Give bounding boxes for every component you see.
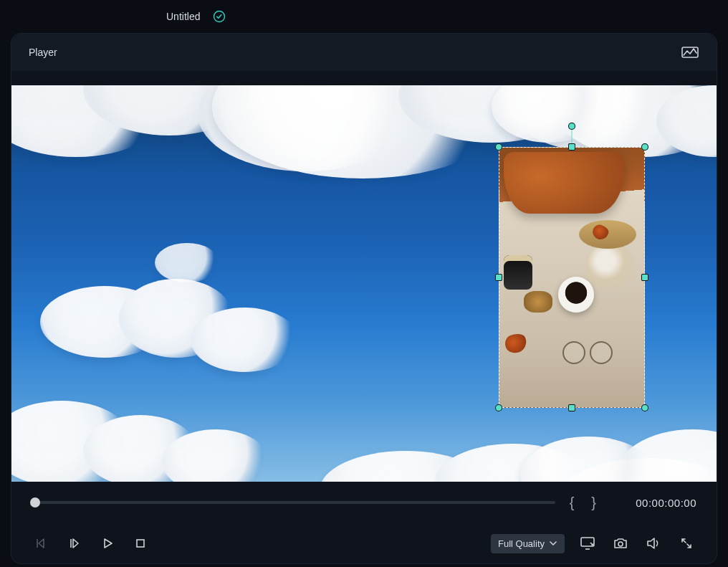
glasses-shape — [562, 341, 613, 361]
pillow-shape — [504, 152, 624, 214]
next-frame-button[interactable] — [64, 533, 85, 553]
selected-clip[interactable] — [499, 147, 645, 408]
transform-handle-bottom[interactable] — [568, 404, 575, 411]
player-panel-header: Player — [11, 34, 717, 71]
prev-frame-button[interactable] — [32, 533, 52, 553]
svg-point-7 — [618, 542, 623, 546]
player-panel: Player — [11, 33, 717, 564]
cloud-shape — [155, 243, 219, 282]
preview-canvas[interactable] — [11, 85, 717, 482]
transform-handle-left[interactable] — [495, 274, 502, 281]
mark-out-button[interactable]: } — [588, 495, 599, 511]
stop-button[interactable] — [130, 533, 150, 553]
quality-label: Full Quality — [498, 538, 545, 549]
cloud-shape — [11, 85, 169, 157]
compare-toggle-icon[interactable] — [681, 43, 699, 62]
transform-handle-right[interactable] — [641, 274, 648, 281]
seek-bar-row: { } 00:00:00:00 — [11, 482, 717, 523]
cloud-shape — [11, 401, 133, 482]
player-tab[interactable]: Player — [29, 47, 57, 58]
quality-dropdown[interactable]: Full Quality — [491, 534, 565, 553]
cookie-shape — [524, 291, 552, 313]
volume-button[interactable] — [643, 533, 664, 553]
cloud-shape — [613, 429, 717, 482]
cloud-shape — [40, 286, 169, 358]
title-bar: Untitled — [0, 0, 728, 33]
fullscreen-button[interactable] — [676, 533, 696, 553]
svg-rect-4 — [137, 540, 144, 547]
snapshot-button[interactable] — [610, 533, 631, 553]
timecode-display: 00:00:00:00 — [610, 497, 696, 509]
chevron-down-icon — [549, 539, 557, 548]
candle-shape — [504, 255, 532, 290]
pip-clip-content[interactable] — [499, 147, 645, 408]
leaf-shape — [502, 331, 529, 356]
transform-handle-bottom-left[interactable] — [495, 404, 502, 411]
display-settings-button[interactable] — [578, 533, 598, 553]
seek-slider[interactable] — [32, 501, 555, 504]
cloud-shape — [320, 451, 492, 482]
play-button[interactable] — [97, 533, 118, 553]
seek-thumb[interactable] — [30, 497, 40, 508]
transform-handle-bottom-right[interactable] — [641, 404, 648, 411]
transform-handle-top[interactable] — [568, 143, 575, 151]
project-title[interactable]: Untitled — [166, 11, 200, 22]
coffee-cup-shape — [558, 277, 594, 313]
mark-in-button[interactable]: { — [567, 495, 578, 511]
transform-handle-top-right[interactable] — [641, 143, 648, 151]
transport-row: Full Quality — [11, 523, 717, 563]
transform-handle-top-left[interactable] — [495, 143, 502, 151]
saved-check-icon — [213, 10, 226, 23]
